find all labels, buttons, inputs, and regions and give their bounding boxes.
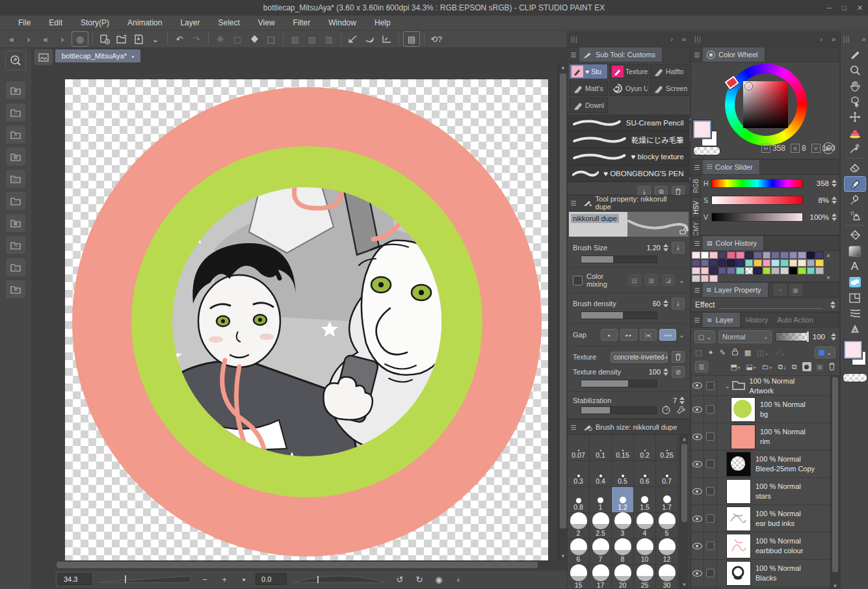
gap-option-4-selected[interactable]: ●●● xyxy=(659,329,676,341)
layer-property-menu-icon[interactable]: ☰ xyxy=(691,287,703,294)
color-mixing-mode1-icon[interactable]: ▤ xyxy=(628,274,641,286)
layer-thumbnail[interactable] xyxy=(726,506,751,531)
layer-palette-dropdown[interactable]: ▢ ⌄ xyxy=(694,330,715,343)
create-mask-icon[interactable] xyxy=(802,362,811,371)
zoom-in-icon[interactable]: + xyxy=(217,572,232,586)
history-swatch-5[interactable] xyxy=(727,252,735,259)
brush-size-12[interactable]: 12 xyxy=(656,539,678,565)
layer-tab-label[interactable]: Layer xyxy=(715,316,733,324)
brush-size-2.5[interactable]: 2.5 xyxy=(590,513,612,539)
stabilization-spinner[interactable] xyxy=(679,397,685,404)
draft-layer-icon[interactable]: ✎ xyxy=(720,348,726,357)
gap-option-1[interactable]: ● xyxy=(601,329,618,341)
unlock-icon[interactable] xyxy=(679,227,687,235)
history-swatch-18[interactable] xyxy=(709,259,718,267)
history-swatch-43[interactable] xyxy=(798,267,806,274)
brush-size-8[interactable]: 8 xyxy=(612,539,634,565)
layer-visibility-eye[interactable] xyxy=(691,560,704,586)
menu-window[interactable]: Window xyxy=(319,18,365,27)
history-swatch-26[interactable] xyxy=(780,259,789,267)
layer-name-text[interactable]: bg xyxy=(760,410,806,418)
menu-storyp[interactable]: Story(P) xyxy=(72,18,118,27)
brush-size-0.4[interactable]: 0.4 xyxy=(590,461,612,487)
brush-density-slider[interactable] xyxy=(581,311,657,319)
menu-select[interactable]: Select xyxy=(209,18,248,27)
brush-size-10[interactable]: 10 xyxy=(634,539,656,565)
layer-checkbox[interactable] xyxy=(704,396,717,423)
history-swatch-39[interactable] xyxy=(763,267,771,274)
layer-property-alt-tab1-icon[interactable]: ◔ xyxy=(774,284,787,296)
new-document-icon[interactable] xyxy=(97,32,112,46)
brush-size-1[interactable]: 1 xyxy=(590,487,612,513)
transparent-color-swatch[interactable] xyxy=(693,146,720,155)
tab-hsv[interactable]: HSV xyxy=(691,197,701,218)
history-swatch-7[interactable] xyxy=(745,252,754,259)
canvas-view-icon[interactable] xyxy=(34,49,53,66)
foreground-color-swatch[interactable] xyxy=(693,120,711,138)
brush-size-spinner[interactable] xyxy=(663,244,668,252)
airbrush-tool-icon[interactable] xyxy=(844,207,866,223)
correction-tool-icon[interactable] xyxy=(844,192,866,207)
csp-logo-icon[interactable]: ◎ xyxy=(72,31,88,47)
blend-tool-icon-selected[interactable] xyxy=(844,176,866,192)
select-area-icon[interactable]: ▧ xyxy=(287,32,303,46)
minimize-button[interactable]: ─ xyxy=(826,4,832,12)
rotate-right-icon[interactable]: ↻ xyxy=(412,572,427,586)
color-history-menu-icon[interactable]: ☰ xyxy=(691,240,703,247)
brush-size-value[interactable]: 1.20 xyxy=(647,244,661,252)
subtool-group-5[interactable]: Oyun U xyxy=(609,81,648,96)
open-file-icon[interactable] xyxy=(114,32,129,46)
close-button[interactable]: ✕ xyxy=(857,4,863,12)
companion-mode-icon[interactable]: ▤ xyxy=(403,31,420,47)
layer-checkbox[interactable] xyxy=(704,532,717,559)
texture-density-value[interactable]: 100 xyxy=(649,368,661,376)
nav-collapse-icon[interactable]: ‹ xyxy=(451,572,466,586)
expand-left2-icon[interactable]: › xyxy=(55,32,70,46)
history-tab[interactable]: History xyxy=(741,316,773,324)
layer-checkbox[interactable] xyxy=(704,451,717,477)
tool-property-menu-icon[interactable]: ☰ xyxy=(568,200,579,207)
deselect-icon[interactable]: ▢ xyxy=(230,32,245,46)
subtool-group-1[interactable]: ♥ Stu xyxy=(569,64,608,79)
reference-layer-icon[interactable]: ✦ xyxy=(707,348,713,357)
layer-checkbox[interactable] xyxy=(704,376,717,395)
brush-size-2[interactable]: 2 xyxy=(568,513,590,539)
layer-row-stars[interactable]: 100 % Normalstars xyxy=(691,478,830,505)
transfer-to-layer-icon[interactable]: ⧉↓ xyxy=(778,363,786,371)
history-swatch-32[interactable] xyxy=(701,267,709,274)
brush-size-0.2[interactable]: 0.2 xyxy=(634,435,656,461)
brush-item-1[interactable]: SU-Cream Pencil xyxy=(568,114,688,131)
operation-tool-icon[interactable] xyxy=(844,94,866,109)
layer-color-dropdown[interactable]: ⌄ xyxy=(815,347,835,358)
brush-density-preset-icon[interactable]: ⤓ xyxy=(672,298,685,309)
history-swatch-33[interactable] xyxy=(709,267,718,274)
text-tool-icon[interactable]: A xyxy=(844,259,866,274)
layer-thumbnail[interactable] xyxy=(726,479,751,504)
brush-size-0.3[interactable]: 0.3 xyxy=(568,461,590,487)
history-swatch-15[interactable] xyxy=(815,252,824,259)
layer-panel-menu-icon[interactable]: ☰ xyxy=(691,317,703,324)
history-swatch-30[interactable] xyxy=(815,259,824,267)
fill-tool-icon[interactable] xyxy=(844,228,866,243)
brush-size-1.7[interactable]: 1.7 xyxy=(656,487,678,513)
layer-visibility-eye[interactable] xyxy=(691,532,704,559)
history-swatch-41[interactable] xyxy=(780,267,789,274)
history-swatch-24[interactable] xyxy=(763,259,771,267)
layer-row-artwork[interactable]: ⌄100 % NormalArtwork xyxy=(691,376,830,396)
collapse-left-icon[interactable]: « xyxy=(4,32,20,46)
stream-line-tool-icon[interactable] xyxy=(844,306,866,321)
subtool-group-3[interactable]: Halfto xyxy=(650,64,689,79)
color-mixing-expand-icon[interactable]: ⌄ xyxy=(679,276,685,285)
history-swatch-25[interactable] xyxy=(771,259,780,267)
layer-thumbnail[interactable] xyxy=(731,425,756,449)
history-swatch-14[interactable] xyxy=(807,252,815,259)
saturated-line-tool-icon[interactable] xyxy=(844,321,866,337)
history-swatch-4[interactable] xyxy=(718,252,727,259)
layer-visibility-eye[interactable] xyxy=(691,505,704,532)
select-border-icon[interactable]: ▥ xyxy=(321,32,337,46)
rotation-slider[interactable] xyxy=(291,575,388,584)
color-mixing-checkbox[interactable] xyxy=(573,276,583,285)
brush-size-0.15[interactable]: 0.15 xyxy=(612,435,634,461)
menu-edit[interactable]: Edit xyxy=(40,18,72,27)
hand-tool-icon[interactable] xyxy=(844,78,866,94)
